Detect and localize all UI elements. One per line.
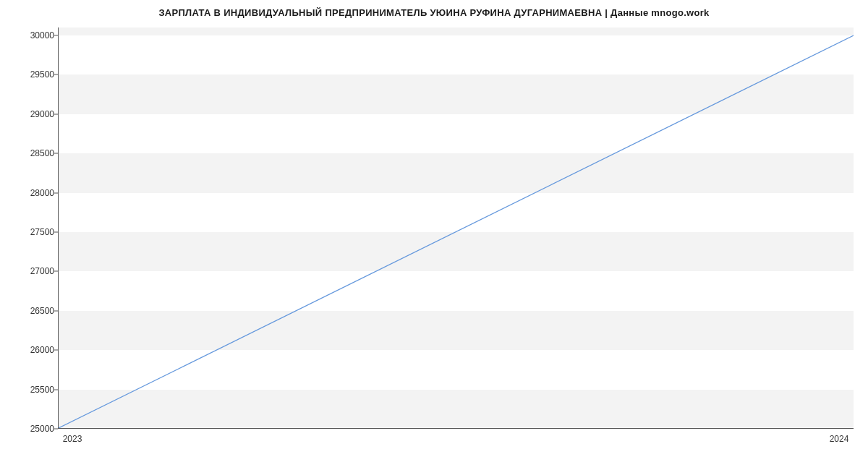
y-tick-label: 28500 bbox=[11, 148, 54, 158]
y-tick-label: 26000 bbox=[11, 345, 54, 355]
x-tick-label: 2023 bbox=[63, 434, 82, 444]
y-tick-label: 28000 bbox=[11, 188, 54, 198]
y-tick-label: 25500 bbox=[11, 385, 54, 395]
chart-title: ЗАРПЛАТА В ИНДИВИДУАЛЬНЫЙ ПРЕДПРИНИМАТЕЛ… bbox=[0, 7, 868, 18]
y-tick-label: 29500 bbox=[11, 69, 54, 80]
y-tick-label: 26500 bbox=[11, 306, 54, 316]
y-tick-label: 25000 bbox=[11, 424, 54, 434]
chart-container: ЗАРПЛАТА В ИНДИВИДУАЛЬНЫЙ ПРЕДПРИНИМАТЕЛ… bbox=[0, 0, 868, 470]
y-tick-label: 30000 bbox=[11, 30, 54, 40]
data-line bbox=[59, 35, 854, 428]
y-tick-label: 27500 bbox=[11, 227, 54, 237]
x-tick-label: 2024 bbox=[830, 434, 849, 444]
plot-area bbox=[58, 27, 854, 429]
line-series bbox=[59, 27, 854, 428]
y-tick-label: 29000 bbox=[11, 109, 54, 119]
y-tick-label: 27000 bbox=[11, 266, 54, 276]
